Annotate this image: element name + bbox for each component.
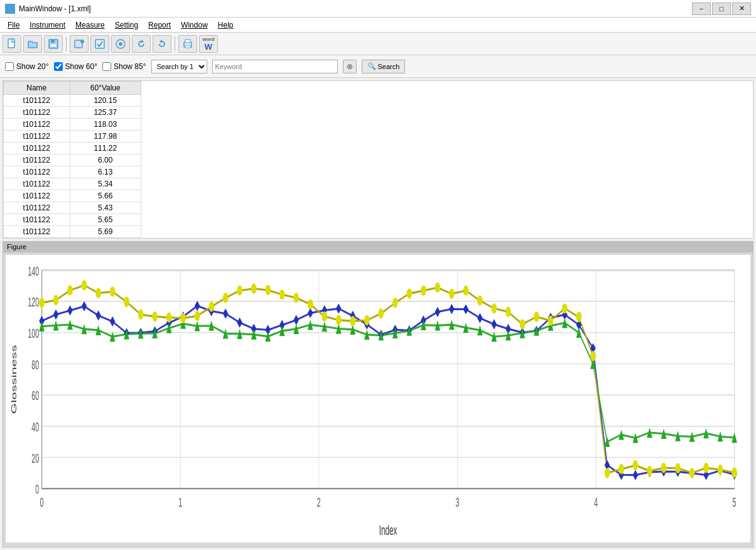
svg-point-5 xyxy=(80,40,84,43)
print-button[interactable] xyxy=(178,35,197,53)
open-button[interactable] xyxy=(23,35,42,53)
show20-text: Show 20° xyxy=(16,62,49,71)
svg-point-83 xyxy=(223,293,229,303)
show85-label[interactable]: Show 85° xyxy=(102,62,146,71)
show85-text: Show 85° xyxy=(114,62,146,71)
svg-point-50 xyxy=(67,285,73,295)
cell-value: 5.43 xyxy=(70,202,141,214)
main-content: Name 60°Value t101122120.15t101122125.37… xyxy=(0,78,756,550)
search-label: Search xyxy=(378,63,400,70)
svg-rect-11 xyxy=(185,45,190,48)
rotate-button[interactable] xyxy=(153,35,171,53)
svg-point-173 xyxy=(647,466,652,476)
svg-point-113 xyxy=(364,315,370,325)
svg-point-131 xyxy=(449,289,455,299)
settings-button[interactable] xyxy=(111,35,130,53)
new-button[interactable] xyxy=(3,35,21,53)
help-menu[interactable]: Help xyxy=(213,19,239,31)
minimize-button[interactable]: − xyxy=(692,3,711,15)
svg-point-89 xyxy=(251,284,257,294)
svg-point-146 xyxy=(520,319,526,329)
svg-point-98 xyxy=(293,293,299,303)
svg-point-80 xyxy=(208,301,214,311)
table-row[interactable]: t101122120.15 xyxy=(4,95,141,107)
search-button[interactable]: 🔍 Search xyxy=(362,60,406,73)
cell-name: t101122 xyxy=(4,143,70,154)
cell-name: t101122 xyxy=(4,154,70,166)
cell-value: 125.37 xyxy=(70,107,141,119)
show60-text: Show 60° xyxy=(65,62,98,71)
show20-label[interactable]: Show 20° xyxy=(5,62,49,71)
show60-checkbox[interactable] xyxy=(54,62,63,71)
cell-name: t101122 xyxy=(4,202,70,214)
svg-text:5: 5 xyxy=(733,495,737,509)
cell-name: t101122 xyxy=(4,119,70,131)
cell-name: t101122 xyxy=(4,131,70,143)
svg-point-56 xyxy=(95,288,101,298)
refresh-button[interactable] xyxy=(132,35,151,53)
cell-name: t101122 xyxy=(4,178,70,190)
menu-bar: File Instrument Measure Setting Report W… xyxy=(0,18,756,33)
table-row[interactable]: t1011226.13 xyxy=(4,166,141,178)
svg-point-119 xyxy=(392,298,398,308)
clear-button[interactable]: ⊗ xyxy=(343,60,357,73)
title-bar: MainWindow - [1.xml] − □ ✕ xyxy=(0,0,756,18)
svg-text:0: 0 xyxy=(40,495,44,509)
window-controls: − □ ✕ xyxy=(692,3,751,15)
show20-checkbox[interactable] xyxy=(5,62,14,71)
svg-point-68 xyxy=(152,311,158,321)
keyword-input[interactable] xyxy=(212,60,338,73)
svg-point-188 xyxy=(718,465,723,475)
save-button[interactable] xyxy=(44,35,63,53)
app-icon xyxy=(5,4,15,14)
chart-container: Figure 020406080100120140012345Glossines… xyxy=(3,241,753,547)
svg-point-128 xyxy=(435,283,441,293)
cell-name: t101122 xyxy=(4,190,70,202)
svg-text:Glossiness: Glossiness xyxy=(9,345,18,414)
chart-svg: 020406080100120140012345GlossinessIndex xyxy=(8,257,748,540)
svg-point-47 xyxy=(53,295,59,305)
record-button[interactable] xyxy=(70,35,89,53)
cell-value: 6.13 xyxy=(70,166,141,178)
svg-rect-3 xyxy=(50,44,57,47)
window-title: MainWindow - [1.xml] xyxy=(19,4,91,13)
table-row[interactable]: t1011225.65 xyxy=(4,214,141,226)
table-row[interactable]: t101122117.98 xyxy=(4,131,141,143)
setting-menu[interactable]: Setting xyxy=(110,19,143,31)
cell-value: 6.00 xyxy=(70,154,141,166)
table-row[interactable]: t1011225.34 xyxy=(4,178,141,190)
table-row[interactable]: t1011225.66 xyxy=(4,190,141,202)
instrument-menu[interactable]: Instrument xyxy=(24,19,70,31)
svg-point-137 xyxy=(477,296,483,306)
svg-point-92 xyxy=(265,285,271,295)
restore-button[interactable]: □ xyxy=(712,3,731,15)
table-row[interactable]: t1011225.43 xyxy=(4,202,141,214)
close-button[interactable]: ✕ xyxy=(732,3,751,15)
cell-name: t101122 xyxy=(4,226,70,238)
file-menu[interactable]: File xyxy=(3,19,24,31)
table-row[interactable]: t101122111.22 xyxy=(4,143,141,154)
svg-point-167 xyxy=(618,464,624,474)
word-button[interactable]: word W xyxy=(199,35,218,53)
window-menu[interactable]: Window xyxy=(176,19,213,31)
svg-point-104 xyxy=(321,311,327,321)
table-row[interactable]: t1011225.69 xyxy=(4,226,141,238)
check-button[interactable] xyxy=(90,35,109,53)
show60-label[interactable]: Show 60° xyxy=(54,62,98,71)
search-by-select[interactable]: Search by 1 xyxy=(151,60,207,73)
cell-name: t101122 xyxy=(4,166,70,178)
table-row[interactable]: t101122125.37 xyxy=(4,107,141,119)
svg-point-155 xyxy=(562,303,568,313)
show85-checkbox[interactable] xyxy=(102,62,111,71)
svg-text:20: 20 xyxy=(31,451,39,465)
cell-value: 118.03 xyxy=(70,119,141,131)
report-menu[interactable]: Report xyxy=(143,19,176,31)
svg-text:60: 60 xyxy=(31,389,39,403)
svg-point-164 xyxy=(605,468,610,478)
svg-rect-10 xyxy=(185,40,190,43)
svg-point-191 xyxy=(732,468,737,478)
svg-point-125 xyxy=(421,286,426,296)
table-row[interactable]: t1011226.00 xyxy=(4,154,141,166)
measure-menu[interactable]: Measure xyxy=(70,19,110,31)
table-row[interactable]: t101122118.03 xyxy=(4,119,141,131)
